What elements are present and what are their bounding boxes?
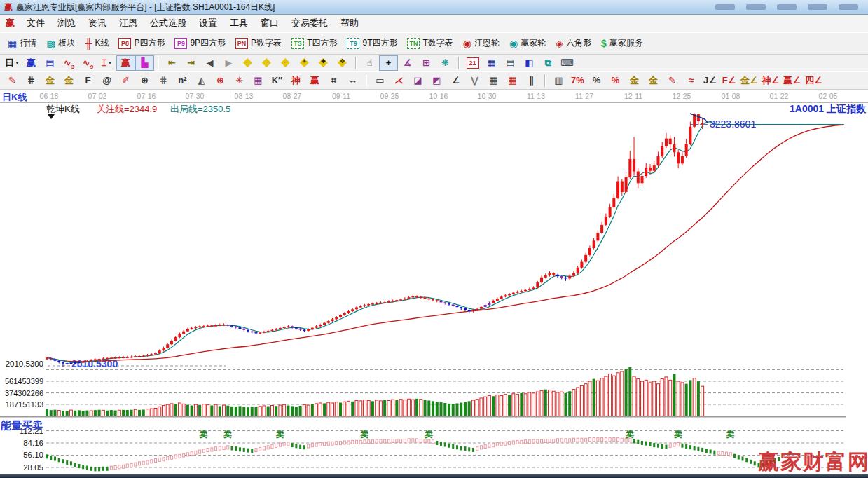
net-share-button[interactable]: ⧉ xyxy=(539,55,558,71)
p9-square-button[interactable]: P99P四方形 xyxy=(170,34,230,53)
box-tool-button[interactable]: ⊞ xyxy=(417,55,436,71)
candle-style-button[interactable]: ⌶▼ xyxy=(97,55,116,71)
diamond-plus-button[interactable]: ◆✚ xyxy=(314,55,333,70)
mind-tool-button[interactable]: ❋ xyxy=(436,55,455,71)
menu-item-file[interactable]: 文件 xyxy=(20,15,51,31)
step-back-button[interactable]: ◀ xyxy=(200,55,219,71)
circle-ruler-button[interactable]: ⊕ xyxy=(135,72,154,89)
rect-tool-button[interactable]: ▭ xyxy=(371,72,390,89)
menu-item-formula-stock-pick[interactable]: 公式选股 xyxy=(144,15,193,31)
gold-ruler-2-button[interactable]: 金 xyxy=(60,72,78,89)
win-angle-button[interactable]: 赢∠ xyxy=(781,72,803,89)
grid-red-button[interactable]: ▦ xyxy=(503,72,522,89)
four-angle-button[interactable]: 四∠ xyxy=(803,72,825,89)
ruler-123-button[interactable]: ⌗ xyxy=(324,72,343,89)
menu-item-gann[interactable]: 江恩 xyxy=(113,15,144,31)
menu-item-trade-entrust[interactable]: 交易委托 xyxy=(285,15,334,31)
hexagon-button[interactable]: ◈六角形 xyxy=(551,34,596,53)
gann-wheel-button[interactable]: ◉江恩轮 xyxy=(458,34,504,53)
wave-9-button[interactable]: ∿9 xyxy=(78,55,97,71)
j-angle-button[interactable]: J∠ xyxy=(701,72,719,89)
titlebar-shortcut[interactable] xyxy=(777,4,797,10)
winner-stamp-red-button[interactable]: 赢 xyxy=(116,55,135,71)
menu-item-news[interactable]: 资讯 xyxy=(82,15,113,31)
percent-7-button[interactable]: 7% xyxy=(568,72,587,89)
histogram-button[interactable]: ▙ xyxy=(135,55,154,71)
spiral-button[interactable]: @ xyxy=(97,72,116,89)
f-ruler-button[interactable]: F xyxy=(78,72,97,89)
diamond-star-button[interactable]: ◆✳ xyxy=(295,55,314,70)
step-forward-button[interactable]: ▶ xyxy=(219,55,238,71)
calculator-button[interactable]: ▦ xyxy=(482,55,501,71)
p-table-button[interactable]: PNP数字表 xyxy=(230,34,287,53)
notes-button[interactable]: ▤ xyxy=(501,55,520,71)
crosshair-button[interactable]: + xyxy=(379,55,398,71)
grid-button[interactable]: ▦ xyxy=(484,72,503,89)
ruler-button[interactable]: ⋕ xyxy=(22,72,41,89)
percent-button[interactable]: % xyxy=(587,72,606,89)
p-square-button[interactable]: P8P四方形 xyxy=(113,34,170,53)
flag-button[interactable]: ◭ xyxy=(192,72,211,89)
save-button[interactable]: ◧ xyxy=(520,55,539,71)
kline-chart-canvas[interactable]: 06-1807-0207-1607-3008-1308-2709-1109-25… xyxy=(0,90,868,474)
titlebar-shortcut[interactable] xyxy=(839,4,858,10)
pan-hand-button[interactable]: ☝ xyxy=(360,55,379,71)
quotes-button[interactable]: ▦行情 xyxy=(3,34,41,53)
period-day-button[interactable]: 日▼ xyxy=(3,55,22,71)
shen-button[interactable]: 神 xyxy=(287,72,305,89)
winner-stamp-blue-button[interactable]: 赢 xyxy=(22,55,41,71)
winner-wheel-button[interactable]: ◉赢家轮 xyxy=(504,34,551,53)
brush-ruler-button[interactable]: ✐ xyxy=(116,72,135,89)
angle-lines-button[interactable]: ∠ xyxy=(446,72,465,89)
jump-first-button[interactable]: ⇤ xyxy=(163,55,181,71)
n-squared-button[interactable]: n² xyxy=(173,72,192,89)
winner-service-button[interactable]: $赢家服务 xyxy=(596,34,648,53)
angle-tool-button[interactable]: ∡ xyxy=(398,55,417,71)
diamond-fit-button[interactable]: ◆✜ xyxy=(333,55,352,70)
percent-line-button[interactable]: % xyxy=(606,72,625,89)
depth-chart-button[interactable]: ▥ xyxy=(549,72,568,89)
workstation-button[interactable]: ⌨ xyxy=(558,55,577,71)
shen-angle-button[interactable]: 神∠ xyxy=(760,72,782,89)
grid-purple-button[interactable]: ▦ xyxy=(249,72,268,89)
v-wave-button[interactable]: ⋁ xyxy=(465,72,484,89)
win-button[interactable]: 赢 xyxy=(305,72,324,89)
menu-item-window[interactable]: 窗口 xyxy=(254,15,285,31)
menu-item-browse[interactable]: 浏览 xyxy=(51,15,82,31)
gold-line-button[interactable]: 金 xyxy=(644,72,663,89)
brush-button[interactable]: ✎ xyxy=(3,72,22,89)
fan-box-button[interactable]: ◪ xyxy=(408,72,427,89)
diamond-right-button[interactable]: ◆→ xyxy=(257,55,276,70)
gold-ruler-1-button[interactable]: 金 xyxy=(41,72,60,89)
k-double-button[interactable]: K″ xyxy=(268,72,287,89)
sectors-button[interactable]: ▩板块 xyxy=(41,34,80,53)
menu-item-help[interactable]: 帮助 xyxy=(334,15,365,31)
calendar-button[interactable]: 21 xyxy=(463,55,482,71)
kline-button[interactable]: ╫K线 xyxy=(80,34,113,53)
titlebar-shortcut[interactable] xyxy=(808,4,827,10)
wave-red-button[interactable]: ≈ xyxy=(682,72,701,89)
parallel-lines-button[interactable]: ∥ xyxy=(522,72,541,89)
brush-bars-button[interactable]: ✎ xyxy=(663,72,682,89)
width-arrow-button[interactable]: ↔ xyxy=(343,72,362,89)
menu-item-settings[interactable]: 设置 xyxy=(193,15,223,31)
t9-square-button[interactable]: T99T四方形 xyxy=(342,34,402,53)
diamond-expand-button[interactable]: ◆↔ xyxy=(276,55,295,70)
gold-angle-button[interactable]: 金∠ xyxy=(738,72,760,89)
titlebar-shortcut[interactable] xyxy=(746,4,766,10)
diamond-left-button[interactable]: ◆← xyxy=(238,55,257,70)
scale-ruler-button[interactable]: ⋕ xyxy=(154,72,173,89)
fan-lines-button[interactable]: ⋌ xyxy=(390,72,408,89)
list-view-button[interactable]: ▤ xyxy=(41,55,60,71)
titlebar-shortcut[interactable] xyxy=(715,4,735,10)
gold-circle-button[interactable]: 金 xyxy=(625,72,644,89)
web-button[interactable]: ✳ xyxy=(230,72,249,89)
box-fan-button[interactable]: ◩ xyxy=(427,72,446,89)
wave-3-button[interactable]: ∿3 xyxy=(60,55,78,71)
t-square-button[interactable]: TST四方形 xyxy=(287,34,342,53)
target-button[interactable]: ⊕ xyxy=(211,72,230,89)
f-angle-button[interactable]: F∠ xyxy=(719,72,738,89)
menu-item-tools[interactable]: 工具 xyxy=(223,15,254,31)
jump-last-button[interactable]: ⇥ xyxy=(181,55,200,71)
t-table-button[interactable]: TNT数字表 xyxy=(402,34,457,53)
